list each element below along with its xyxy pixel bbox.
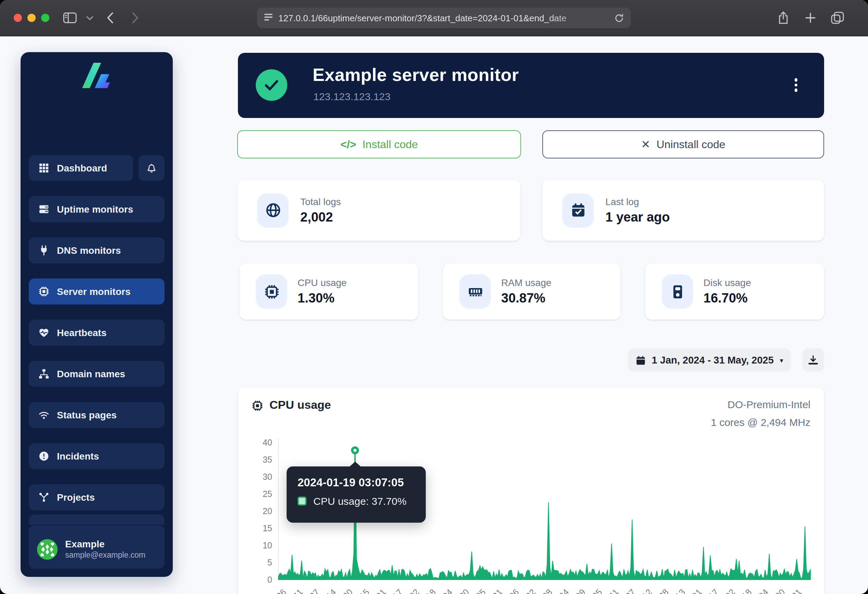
plug-icon xyxy=(38,245,49,256)
stat-label: Total logs xyxy=(300,195,341,208)
server-icon xyxy=(38,204,49,215)
back-button-icon[interactable] xyxy=(106,9,114,27)
calendar-icon xyxy=(635,355,645,365)
svg-text:10: 10 xyxy=(263,541,272,550)
server-cores: 1 cores @ 2,494 MHz xyxy=(711,414,810,431)
caret-down-icon: ▾ xyxy=(780,356,783,364)
svg-text:5: 5 xyxy=(267,558,272,567)
sidebar-item-dns-monitors[interactable]: DNS monitors xyxy=(29,237,165,263)
wifi-icon xyxy=(38,409,49,420)
stat-value: 1 year ago xyxy=(605,208,670,225)
ram-icon xyxy=(459,274,491,309)
user-name: Example xyxy=(65,538,145,550)
sidebar-item-clipped[interactable] xyxy=(29,514,165,525)
sidebar-item-uptime-monitors[interactable]: Uptime monitors xyxy=(29,196,165,222)
svg-text:25: 25 xyxy=(263,489,272,499)
stat-label: Disk usage xyxy=(703,276,751,290)
sidebar-item-projects[interactable]: Projects xyxy=(29,484,165,510)
reader-icon[interactable] xyxy=(264,13,273,23)
stat-value: 30.87% xyxy=(501,290,551,307)
tooltip-timestamp: 2024-01-19 03:07:05 xyxy=(298,476,415,489)
uninstall-code-button[interactable]: ✕ Uninstall code xyxy=(542,130,824,158)
bell-icon xyxy=(146,163,157,174)
share-icon[interactable] xyxy=(778,9,789,27)
sidebar-item-incidents[interactable]: Incidents xyxy=(29,443,165,469)
sidebar: Dashboard Uptime monitors DNS monitors S… xyxy=(21,52,173,577)
sidebar-item-label: Uptime monitors xyxy=(57,204,133,215)
notifications-button[interactable] xyxy=(139,155,165,181)
calendar-check-icon xyxy=(562,193,594,228)
sidebar-item-heartbeats[interactable]: Heartbeats xyxy=(29,320,165,346)
sidebar-item-server-monitors[interactable]: Server monitors xyxy=(29,278,165,304)
kebab-menu-icon[interactable] xyxy=(790,75,802,95)
forward-button-icon[interactable] xyxy=(131,9,139,27)
alert-icon xyxy=(38,451,49,462)
stat-label: CPU usage xyxy=(298,276,347,290)
user-card[interactable]: Example sample@example.com xyxy=(29,529,165,569)
svg-text:35: 35 xyxy=(263,455,272,464)
sidebar-item-status-pages[interactable]: Status pages xyxy=(29,402,165,428)
svg-text:2024-01-26: 2024-01-26 xyxy=(250,587,288,594)
stat-card-disk-usage: Disk usage 16.70% xyxy=(645,263,824,320)
sidebar-item-label: Domain names xyxy=(57,368,125,379)
sidebar-item-label: Dashboard xyxy=(57,163,107,174)
sidebar-item-dashboard[interactable]: Dashboard xyxy=(29,155,133,181)
minimize-window-button[interactable] xyxy=(27,14,35,22)
sidebar-item-label: Projects xyxy=(57,492,95,503)
cpu-icon xyxy=(256,274,287,309)
app-logo[interactable] xyxy=(21,52,173,90)
monitor-header-card: Example server monitor 123.123.123.123 xyxy=(238,53,824,118)
sidebar-item-label: Heartbeats xyxy=(57,327,106,338)
close-window-button[interactable] xyxy=(14,14,22,22)
new-tab-icon[interactable] xyxy=(805,9,816,27)
tab-overview-icon[interactable] xyxy=(831,9,844,27)
monitor-ip: 123.123.123.123 xyxy=(313,90,390,102)
svg-text:0: 0 xyxy=(267,575,272,584)
svg-text:15: 15 xyxy=(263,523,272,533)
user-email: sample@example.com xyxy=(65,550,145,560)
sidebar-item-label: DNS monitors xyxy=(57,245,121,256)
sidebar-item-label: Server monitors xyxy=(57,286,131,297)
close-icon: ✕ xyxy=(641,138,650,151)
stat-card-cpu-usage: CPU usage 1.30% xyxy=(239,263,418,320)
stat-card-last-log: Last log 1 year ago xyxy=(542,180,824,241)
status-up-icon xyxy=(256,69,287,101)
zoom-window-button[interactable] xyxy=(41,14,49,22)
heart-pulse-icon xyxy=(38,327,49,338)
download-button[interactable] xyxy=(802,349,824,372)
sitemap-icon xyxy=(38,368,49,379)
chart-tooltip: 2024-01-19 03:07:05 CPU usage: 37.70% xyxy=(286,466,426,523)
stat-card-ram-usage: RAM usage 30.87% xyxy=(443,263,620,320)
page-title: Example server monitor xyxy=(313,65,519,86)
svg-text:20: 20 xyxy=(263,506,272,516)
server-meta: DO-Premium-Intel 1 cores @ 2,494 MHz xyxy=(711,396,810,431)
server-plan: DO-Premium-Intel xyxy=(711,396,810,414)
stat-card-total-logs: Total logs 2,002 xyxy=(237,180,520,241)
tooltip-value: CPU usage: 37.70% xyxy=(313,495,407,507)
chevron-down-icon[interactable] xyxy=(86,9,93,27)
stat-value: 16.70% xyxy=(703,290,751,307)
stat-label: RAM usage xyxy=(501,276,551,290)
series-swatch-icon xyxy=(298,496,307,505)
globe-icon xyxy=(257,193,289,228)
date-range-picker[interactable]: 1 Jan, 2024 - 31 May, 2025 ▾ xyxy=(628,349,791,372)
sidebar-toggle-icon[interactable] xyxy=(63,9,77,27)
grid-icon xyxy=(38,163,49,174)
svg-text:40: 40 xyxy=(263,437,272,447)
avatar xyxy=(37,539,58,559)
cpu-icon xyxy=(252,399,263,411)
disk-icon xyxy=(661,274,693,309)
titlebar: 127.0.0.1/66uptime/server-monitor/3?&sta… xyxy=(0,0,868,36)
download-icon xyxy=(807,355,819,366)
sidebar-nav: Dashboard Uptime monitors DNS monitors S… xyxy=(29,155,165,567)
date-range-text: 1 Jan, 2024 - 31 May, 2025 xyxy=(652,355,774,366)
install-code-button[interactable]: </> Install code xyxy=(237,130,521,158)
stat-label: Last log xyxy=(605,195,670,208)
url-bar[interactable]: 127.0.0.1/66uptime/server-monitor/3?&sta… xyxy=(257,7,631,28)
sidebar-item-domain-names[interactable]: Domain names xyxy=(29,361,165,387)
cpu-icon xyxy=(38,286,49,297)
reload-icon[interactable] xyxy=(614,13,624,23)
code-icon: </> xyxy=(340,138,356,151)
stat-value: 2,002 xyxy=(300,208,341,225)
chart-title: CPU usage xyxy=(269,399,331,412)
